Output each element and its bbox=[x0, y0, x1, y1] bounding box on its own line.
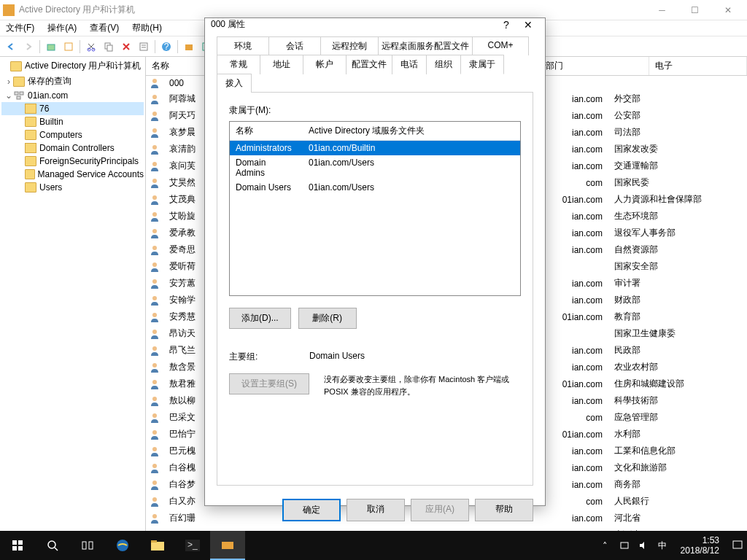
tab-rds[interactable]: 远程桌面服务配置文件 bbox=[378, 36, 473, 55]
tree-pane[interactable]: Active Directory 用户和计算机 › 保存的查询 ⌄ 01ian.… bbox=[0, 57, 146, 548]
taskview-button[interactable] bbox=[70, 531, 105, 560]
remove-button[interactable]: 删除(R) bbox=[298, 308, 357, 329]
menu-action[interactable]: 操作(A) bbox=[44, 20, 80, 36]
svg-point-23 bbox=[152, 145, 157, 149]
maximize-button[interactable]: ☐ bbox=[678, 0, 711, 20]
tab-general[interactable]: 常规 bbox=[217, 55, 260, 74]
menu-view[interactable]: 查看(V) bbox=[87, 20, 122, 36]
member-col-name[interactable]: 名称 bbox=[230, 122, 303, 140]
tab-remote[interactable]: 远程控制 bbox=[320, 36, 379, 55]
member-row[interactable]: Domain Admins01ian.com/Users bbox=[230, 155, 520, 180]
tool-a[interactable] bbox=[181, 39, 197, 55]
col-email[interactable]: 电子 bbox=[649, 57, 747, 75]
tree-saved-queries[interactable]: › 保存的查询 bbox=[1, 74, 144, 89]
tab-profile[interactable]: 配置文件 bbox=[346, 55, 392, 74]
menu-file[interactable]: 文件(F) bbox=[3, 20, 37, 36]
tab-env[interactable]: 环境 bbox=[217, 36, 269, 55]
properties-dialog: 000 属性 ? ✕ 环境 会话 远程控制 远程桌面服务配置文件 COM+ 常规… bbox=[204, 18, 546, 506]
forward-button[interactable] bbox=[20, 39, 36, 55]
primary-group-label: 主要组: bbox=[229, 351, 309, 363]
dialog-tabs: 环境 会话 远程控制 远程桌面服务配置文件 COM+ 常规 地址 帐户 配置文件… bbox=[217, 36, 533, 92]
svg-point-24 bbox=[152, 162, 157, 166]
user-icon bbox=[149, 311, 160, 323]
tab-phone[interactable]: 电话 bbox=[392, 55, 427, 74]
volume-icon[interactable] bbox=[637, 540, 650, 551]
cut-button[interactable] bbox=[83, 39, 99, 55]
ok-button[interactable]: 确定 bbox=[282, 499, 341, 521]
tree-msa[interactable]: Managed Service Accounts bbox=[1, 168, 144, 181]
taskbar: >_ ˄ 中 1:53 2018/8/12 bbox=[0, 531, 747, 560]
user-icon bbox=[149, 228, 160, 239]
network-icon[interactable] bbox=[618, 540, 631, 551]
start-button[interactable] bbox=[0, 531, 35, 560]
member-list[interactable]: 名称 Active Directory 域服务文件夹 Administrator… bbox=[229, 121, 521, 296]
svg-point-30 bbox=[152, 262, 157, 267]
user-icon bbox=[149, 211, 160, 222]
tab-com[interactable]: COM+ bbox=[472, 36, 529, 55]
notifications-icon[interactable] bbox=[731, 540, 744, 551]
svg-rect-18 bbox=[17, 96, 20, 99]
delete-button[interactable] bbox=[118, 39, 134, 55]
svg-point-31 bbox=[152, 279, 157, 284]
primary-group-value: Domain Users bbox=[309, 351, 365, 363]
tree-builtin[interactable]: Builtin bbox=[1, 115, 144, 128]
menu-help[interactable]: 帮助(H) bbox=[129, 20, 165, 36]
user-icon bbox=[149, 446, 160, 457]
memberof-label: 隶属于(M): bbox=[229, 104, 521, 117]
svg-point-42 bbox=[152, 464, 157, 468]
tab-dialin[interactable]: 拨入 bbox=[217, 74, 252, 93]
close-button[interactable]: ✕ bbox=[711, 0, 744, 20]
back-button[interactable] bbox=[3, 39, 19, 55]
tree-ou-76[interactable]: 76 bbox=[1, 102, 144, 115]
svg-rect-1 bbox=[65, 43, 72, 50]
add-button[interactable]: 添加(D)... bbox=[229, 308, 291, 329]
svg-point-43 bbox=[152, 481, 157, 485]
ad-button[interactable] bbox=[210, 531, 245, 560]
dialog-close-button[interactable]: ✕ bbox=[517, 19, 539, 31]
member-row[interactable]: Administrators01ian.com/Builtin bbox=[230, 141, 520, 155]
tree-dc[interactable]: Domain Controllers bbox=[1, 141, 144, 155]
dialog-titlebar[interactable]: 000 属性 ? ✕ bbox=[205, 18, 545, 31]
copy-button[interactable] bbox=[101, 39, 117, 55]
svg-point-27 bbox=[152, 212, 157, 217]
user-icon bbox=[149, 496, 160, 508]
new-container-button[interactable] bbox=[43, 39, 59, 55]
tab-memberof[interactable]: 隶属于 bbox=[460, 55, 504, 74]
properties2-button[interactable] bbox=[136, 39, 152, 55]
svg-point-34 bbox=[152, 330, 157, 334]
primary-group-desc: 没有必要改变主要组，除非你有 Macintosh 客户端或 POSIX 兼容的应… bbox=[324, 373, 521, 397]
tree-root[interactable]: Active Directory 用户和计算机 bbox=[1, 58, 144, 74]
tree-domain[interactable]: ⌄ 01ian.com bbox=[1, 89, 144, 102]
properties-button[interactable] bbox=[61, 39, 77, 55]
svg-rect-0 bbox=[47, 44, 55, 50]
col-dept[interactable]: 部门 bbox=[540, 57, 649, 75]
help-button[interactable]: ? bbox=[158, 39, 174, 55]
svg-rect-61 bbox=[621, 542, 628, 548]
minimize-button[interactable]: ─ bbox=[646, 0, 678, 20]
tree-fsp[interactable]: ForeignSecurityPrincipals bbox=[1, 155, 144, 168]
search-button[interactable] bbox=[35, 531, 70, 560]
ie-button[interactable] bbox=[105, 531, 140, 560]
tray-up-icon[interactable]: ˄ bbox=[599, 540, 612, 551]
folder-icon bbox=[13, 77, 25, 87]
folder-icon bbox=[25, 182, 36, 192]
svg-point-36 bbox=[152, 363, 157, 368]
member-row[interactable]: Domain Users01ian.com/Users bbox=[230, 180, 520, 195]
clock[interactable]: 1:53 2018/8/12 bbox=[675, 535, 725, 556]
svg-rect-53 bbox=[82, 542, 86, 549]
dialog-help-button[interactable]: ? bbox=[495, 19, 517, 31]
tab-org[interactable]: 组织 bbox=[426, 55, 461, 74]
tree-computers[interactable]: Computers bbox=[1, 128, 144, 141]
tab-session[interactable]: 会话 bbox=[268, 36, 321, 55]
cancel-button[interactable]: 取消 bbox=[347, 499, 405, 521]
help-button[interactable]: 帮助 bbox=[475, 499, 533, 521]
set-primary-button[interactable]: 设置主要组(S) bbox=[229, 373, 309, 394]
apply-button[interactable]: 应用(A) bbox=[411, 499, 469, 521]
tree-users[interactable]: Users bbox=[1, 181, 144, 194]
tab-account[interactable]: 帐户 bbox=[303, 55, 347, 74]
cmd-button[interactable]: >_ bbox=[175, 531, 210, 560]
tab-address[interactable]: 地址 bbox=[260, 55, 303, 74]
ime-icon[interactable]: 中 bbox=[656, 540, 669, 552]
explorer-button[interactable] bbox=[140, 531, 175, 560]
member-col-folder[interactable]: Active Directory 域服务文件夹 bbox=[303, 122, 520, 140]
